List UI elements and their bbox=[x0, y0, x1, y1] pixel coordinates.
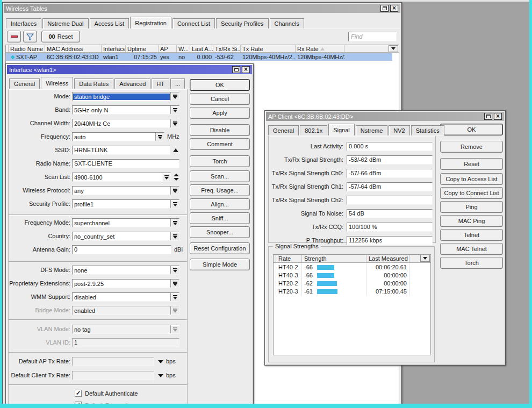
col-radio-name[interactable]: Radio Name bbox=[9, 45, 45, 52]
scan-list-select[interactable]: 4900-6100 bbox=[72, 173, 171, 182]
align-button[interactable]: Align... bbox=[190, 198, 250, 210]
signal-row[interactable]: HT40-3 -66 00:00:00 bbox=[274, 271, 430, 280]
maximize-button[interactable] bbox=[380, 5, 389, 12]
tab-nstreme-dual[interactable]: Nstreme Dual bbox=[42, 18, 88, 28]
col-uptime[interactable]: Uptime bbox=[126, 45, 159, 52]
cancel-button[interactable]: Cancel bbox=[190, 93, 250, 105]
tab-security-profiles[interactable]: Security Profiles bbox=[216, 18, 268, 28]
dropdown-button[interactable] bbox=[162, 173, 170, 181]
dropdown-button[interactable] bbox=[170, 200, 179, 208]
tab-general[interactable]: General bbox=[9, 78, 40, 89]
ping-button[interactable]: Ping bbox=[440, 201, 503, 213]
reset-button[interactable]: Reset bbox=[440, 158, 503, 170]
security-profile-select[interactable]: profile1 bbox=[72, 199, 179, 209]
frequency-select[interactable]: auto bbox=[72, 132, 164, 141]
disable-button[interactable]: Disable bbox=[190, 124, 250, 136]
dropdown-icon[interactable] bbox=[158, 374, 163, 377]
frequency-mode-select[interactable]: superchannel bbox=[72, 218, 179, 227]
tab-channels[interactable]: Channels bbox=[270, 18, 304, 28]
col-tx-rate[interactable]: Tx Rate bbox=[241, 45, 296, 52]
ssid-input[interactable]: HRNETLINK bbox=[72, 146, 170, 155]
tab-connect-list[interactable]: Connect List bbox=[172, 18, 215, 28]
col-last-a[interactable]: Last A... bbox=[190, 45, 213, 52]
scan-button[interactable]: Scan... bbox=[190, 170, 250, 182]
dropdown-button[interactable] bbox=[170, 219, 179, 227]
close-button[interactable]: × bbox=[390, 5, 398, 12]
wireless-tables-titlebar[interactable]: Wireless Tables × bbox=[4, 4, 400, 13]
torch-button[interactable]: Torch bbox=[440, 257, 503, 269]
snooper-button[interactable]: Snooper... bbox=[190, 226, 250, 238]
tab-registration[interactable]: Registration bbox=[130, 17, 171, 28]
antenna-gain-input[interactable]: 0 bbox=[72, 245, 171, 254]
country-select[interactable]: no_country_set bbox=[72, 232, 179, 241]
column-menu-button[interactable] bbox=[389, 45, 398, 52]
proprietary-extensions-select[interactable]: post-2.9.25 bbox=[72, 279, 179, 288]
tab-8021x[interactable]: 802.1x bbox=[300, 125, 327, 135]
telnet-button[interactable]: Telnet bbox=[440, 229, 503, 241]
remove-button[interactable]: Remove bbox=[440, 141, 503, 153]
tab-ht[interactable]: HT bbox=[152, 78, 169, 89]
add-remove-entry-icon[interactable] bbox=[174, 174, 179, 181]
tab-signal[interactable]: Signal bbox=[328, 124, 355, 135]
tab-data-rates[interactable]: Data Rates bbox=[74, 78, 113, 89]
maximize-button[interactable] bbox=[232, 66, 240, 73]
reset-counters-button[interactable]: 00 Reset bbox=[41, 31, 80, 42]
table-row[interactable]: ❖SXT-AP 6C:3B:6B:02:43:DD wlan1 07:15:25… bbox=[6, 53, 392, 61]
dropdown-button[interactable] bbox=[170, 266, 179, 274]
dropdown-button[interactable] bbox=[170, 280, 179, 288]
col-strength[interactable]: Strength bbox=[302, 255, 366, 262]
tab-nstreme[interactable]: Nstreme bbox=[356, 125, 388, 135]
tab-interfaces[interactable]: Interfaces bbox=[6, 18, 41, 28]
tab-nv2[interactable]: NV2 bbox=[389, 125, 409, 135]
mode-select[interactable]: station bridge bbox=[72, 92, 179, 101]
wireless-protocol-select[interactable]: any bbox=[72, 186, 179, 195]
tab-wireless[interactable]: Wireless bbox=[41, 77, 73, 89]
col-rate[interactable]: Rate bbox=[276, 255, 302, 262]
tab-access-list[interactable]: Access List bbox=[90, 18, 130, 28]
remove-entry-button[interactable] bbox=[7, 31, 21, 42]
column-menu-button[interactable] bbox=[420, 255, 430, 262]
col-tx-rx-si[interactable]: Tx/Rx Si... bbox=[213, 45, 241, 52]
col-w[interactable]: W... bbox=[177, 45, 190, 52]
col-ap[interactable]: AP bbox=[159, 45, 177, 52]
copy-to-access-list-button[interactable]: Copy to Access List bbox=[440, 173, 503, 185]
dropdown-button[interactable] bbox=[170, 106, 179, 114]
dropdown-button[interactable] bbox=[170, 119, 179, 127]
apply-button[interactable]: Apply bbox=[190, 107, 250, 119]
maximize-button[interactable] bbox=[484, 113, 492, 120]
simple-mode-button[interactable]: Simple Mode bbox=[190, 259, 250, 270]
ok-button[interactable]: OK bbox=[440, 124, 503, 135]
close-button[interactable]: × bbox=[242, 66, 250, 73]
dropdown-button[interactable] bbox=[170, 232, 179, 240]
reset-configuration-button[interactable]: Reset Configuration bbox=[190, 242, 250, 254]
dropdown-icon[interactable] bbox=[158, 360, 163, 363]
dropdown-button[interactable] bbox=[170, 187, 179, 195]
tab-advanced[interactable]: Advanced bbox=[114, 78, 150, 89]
radio-name-input[interactable]: SXT-CLIENTE bbox=[72, 159, 179, 168]
filter-button[interactable] bbox=[23, 31, 37, 42]
tab-general[interactable]: General bbox=[268, 125, 299, 135]
collapse-arrow-icon[interactable] bbox=[173, 148, 178, 152]
tab-statistics[interactable]: Statistics bbox=[411, 125, 444, 135]
find-input[interactable] bbox=[348, 32, 397, 41]
mac-telnet-button[interactable]: MAC Telnet bbox=[440, 243, 503, 255]
interface-dialog-titlebar[interactable]: Interface <wlan1> × bbox=[7, 65, 252, 74]
wmm-support-select[interactable]: disabled bbox=[72, 292, 179, 302]
mac-ping-button[interactable]: MAC Ping bbox=[440, 215, 503, 227]
dropdown-button[interactable] bbox=[155, 133, 164, 141]
torch-button[interactable]: Torch bbox=[190, 155, 250, 167]
channel-width-select[interactable]: 20/40MHz Ce bbox=[72, 119, 179, 128]
signal-row[interactable]: HT20-3 -61 07:15:00.45 bbox=[274, 288, 430, 296]
comment-button[interactable]: Comment bbox=[190, 138, 250, 150]
copy-to-connect-list-button[interactable]: Copy to Connect List bbox=[440, 187, 503, 199]
col-mac-address[interactable]: MAC Address bbox=[45, 45, 102, 52]
signal-row[interactable]: HT40-2 -66 00:06:20.61 bbox=[274, 263, 430, 271]
dropdown-button[interactable] bbox=[170, 293, 179, 301]
tab-more[interactable]: ... bbox=[170, 78, 185, 89]
sniff-button[interactable]: Sniff... bbox=[190, 212, 250, 224]
freq-usage-button[interactable]: Freq. Usage... bbox=[190, 184, 250, 196]
col-rx-rate[interactable]: Rx Rate bbox=[296, 45, 344, 52]
col-interface[interactable]: Interface bbox=[102, 45, 126, 52]
default-authenticate-checkbox[interactable]: ✓ bbox=[75, 390, 82, 397]
col-last-measured[interactable]: Last Measured bbox=[366, 255, 409, 262]
